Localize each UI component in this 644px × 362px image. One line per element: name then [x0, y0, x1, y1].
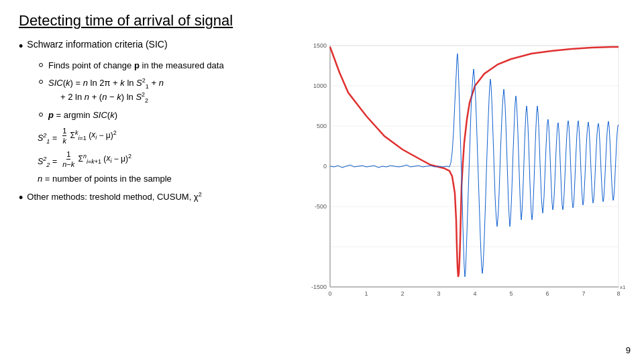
y-tick-500: 500 — [317, 123, 327, 129]
sub-circle-2 — [39, 80, 43, 84]
sub-text-2: SIC(k) = n ln 2π + k ln S21 + n + 2 ln n… — [48, 76, 164, 105]
y-tick-n1500: -1500 — [311, 284, 327, 290]
sub-bullets: Finds point of change p in the measured … — [39, 60, 291, 121]
sub-item-2: SIC(k) = n ln 2π + k ln S21 + n + 2 ln n… — [39, 76, 291, 105]
sub-circle-3 — [39, 113, 43, 117]
y-tick-n500: -500 — [315, 203, 327, 210]
sub-circle-1 — [39, 63, 43, 67]
formula-s2-label: S22 = — [38, 156, 57, 168]
page-number: 9 — [626, 345, 631, 355]
slide-title: Detecting time of arrival of signal — [19, 12, 625, 29]
chart-svg: 1500 1000 500 0 -500 -1500 — [303, 39, 625, 300]
y-tick-1000: 1000 — [313, 82, 327, 89]
y-tick-0: 0 — [323, 163, 327, 170]
content-area: • Schwarz information criteria (SIC) Fin… — [19, 39, 625, 302]
formula-block: S21 = 1 k Σki=1 (xi − μ)2 S22 = — [28, 127, 291, 184]
x-tick-4: 4 — [473, 290, 476, 297]
bullet-1: • Schwarz information criteria (SIC) — [19, 39, 291, 54]
bullet-1-text: Schwarz information criteria (SIC) — [27, 39, 167, 50]
sub-text-1: Finds point of change p in the measured … — [48, 60, 224, 72]
sub-text-3: p = argmin SIC(k) — [48, 109, 117, 121]
x-scale-label: x10⁻⁴ — [620, 284, 625, 290]
slide: Detecting time of arrival of signal • Sc… — [0, 0, 644, 362]
x-tick-1: 1 — [364, 290, 368, 297]
formula-s1-label: S21 = — [38, 132, 57, 145]
sub-item-1: Finds point of change p in the measured … — [39, 60, 291, 72]
bullet-2-text: Other methods: treshold method, CUSUM, χ… — [27, 190, 201, 204]
x-tick-0: 0 — [328, 290, 331, 297]
formula-s2: S22 = 1 n−k Σni=k+1 (xi − μ)2 — [38, 150, 291, 168]
x-tick-8: 8 — [616, 290, 620, 297]
x-tick-5: 5 — [509, 290, 513, 297]
x-tick-7: 7 — [582, 290, 585, 297]
x-tick-2: 2 — [400, 290, 404, 297]
bullet-dot-1: • — [19, 39, 23, 54]
x-tick-6: 6 — [545, 290, 549, 297]
formula-s1-expr: 1 k Σki=1 (xi − μ)2 — [61, 127, 117, 145]
y-tick-1500: 1500 — [313, 42, 327, 49]
formula-s2-expr: 1 n−k Σni=k+1 (xi − μ)2 — [61, 150, 131, 168]
bullet-2: • Other methods: treshold method, CUSUM,… — [19, 190, 291, 206]
bullet-dot-2: • — [19, 190, 23, 206]
formula-s1: S21 = 1 k Σki=1 (xi − μ)2 — [38, 127, 291, 145]
left-panel: • Schwarz information criteria (SIC) Fin… — [19, 39, 291, 302]
x-tick-3: 3 — [437, 290, 440, 297]
formula-n: n = number of points in the sample — [38, 174, 291, 184]
chart-area: 1500 1000 500 0 -500 -1500 — [303, 39, 625, 302]
sub-item-3: p = argmin SIC(k) — [39, 109, 291, 121]
